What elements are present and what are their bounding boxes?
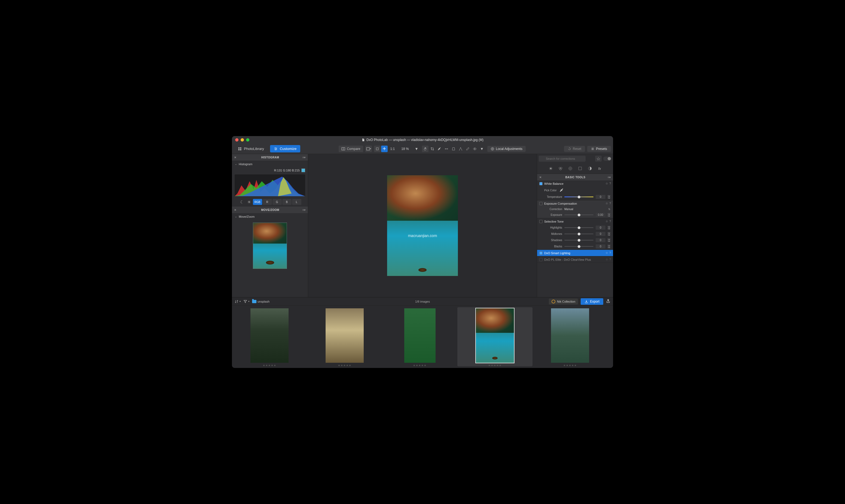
image-viewer[interactable]: macruanjian.com — [308, 154, 537, 297]
close-movezoom-icon[interactable]: ✕ — [234, 209, 238, 212]
thumbnail-item-selected[interactable]: ★★★★★ vladislav-nahorny-4kDQjirHLWM-unsp… — [457, 307, 533, 366]
filter-button[interactable]: ▾ — [244, 300, 249, 303]
detail-tab-icon[interactable] — [567, 165, 573, 172]
help-icon[interactable]: ? — [609, 251, 611, 254]
points-tool[interactable] — [457, 146, 464, 152]
customize-tab[interactable]: Customize — [270, 145, 300, 152]
temperature-slider[interactable] — [564, 197, 593, 197]
sort-button[interactable]: ▾ — [235, 300, 241, 303]
rating-stars[interactable]: ★★★★★ — [413, 364, 427, 367]
close-basic-tools-icon[interactable]: ✕ — [539, 176, 543, 179]
light-tab-icon[interactable]: ☀ — [548, 165, 554, 172]
close-histogram-icon[interactable]: ✕ — [234, 156, 238, 159]
help-icon[interactable]: ? — [609, 220, 611, 223]
search-input[interactable] — [539, 156, 586, 162]
favorite-icon[interactable]: ☆ — [606, 202, 608, 205]
favorites-button[interactable]: ☆ — [595, 156, 601, 162]
white-balance-checkbox[interactable] — [539, 182, 542, 185]
favorite-icon[interactable]: ☆ — [606, 220, 608, 223]
white-balance-header[interactable]: White Balance ☆ ? — [537, 180, 613, 187]
channel-l-button[interactable]: L — [292, 199, 301, 205]
basic-tools-menu-icon[interactable]: ≡▾ — [608, 176, 611, 179]
compare-button[interactable]: Compare — [339, 146, 363, 152]
color-tab-icon[interactable] — [558, 165, 563, 172]
zoom-dropdown[interactable]: ▾ — [413, 146, 420, 152]
local-adjustments-button[interactable]: Local Adjustments — [487, 146, 526, 152]
blacks-slider[interactable] — [564, 246, 593, 247]
active-only-toggle[interactable] — [603, 157, 611, 161]
minimize-window-button[interactable] — [241, 138, 244, 142]
favorite-icon[interactable]: ☆ — [606, 258, 608, 261]
movezoom-menu-icon[interactable]: ≡▾ — [303, 209, 306, 212]
fx-tab-icon[interactable]: fx — [597, 165, 603, 172]
thumbnail-item[interactable]: ★★★★★ sergey-vinogradov-s6pwJEecDUI-unsp… — [307, 307, 382, 366]
exposure-stepper[interactable]: ▴▾ — [608, 213, 610, 217]
perspective-tool[interactable] — [450, 146, 457, 152]
rating-stars[interactable]: ★★★★★ — [263, 364, 276, 367]
rating-stars[interactable]: ★★★★★ — [338, 364, 352, 367]
help-icon[interactable]: ? — [609, 258, 611, 261]
exposure-slider[interactable] — [564, 214, 593, 215]
shadows-value[interactable]: 0 — [596, 238, 606, 242]
blacks-value[interactable]: 0 — [596, 245, 606, 249]
smart-lighting-checkbox[interactable] — [539, 251, 542, 255]
channel-g-button[interactable]: G — [272, 199, 282, 205]
selective-tone-header[interactable]: Selective Tone ☆ ? — [537, 218, 613, 224]
layout-button[interactable]: ▾ — [365, 146, 372, 152]
histogram-menu-icon[interactable]: ≡▾ — [303, 156, 306, 159]
zoom-percent[interactable]: 18 % — [399, 147, 411, 151]
shadows-slider[interactable] — [564, 240, 593, 240]
photolibrary-tab[interactable]: PhotoLibrary — [234, 145, 268, 152]
clearview-checkbox[interactable] — [539, 258, 542, 261]
hand-tool[interactable] — [422, 146, 429, 152]
midtones-value[interactable]: 0 — [596, 232, 606, 236]
thumbnails-row[interactable]: ★★★★★ a-vYQrra8gZ20-unsplash.jpg ★★★★★ s… — [232, 306, 613, 368]
selective-tone-checkbox[interactable] — [539, 220, 542, 223]
blacks-stepper[interactable]: ▴▾ — [608, 245, 610, 248]
maximize-window-button[interactable] — [246, 138, 249, 142]
geometry-tab-icon[interactable] — [577, 165, 583, 172]
presets-button[interactable]: Presets — [587, 146, 611, 152]
export-button[interactable]: Export — [581, 298, 603, 305]
help-icon[interactable]: ? — [609, 202, 611, 205]
temperature-stepper[interactable]: ▴▾ — [608, 195, 610, 199]
eyedropper-icon[interactable] — [559, 188, 564, 193]
horizon-tool[interactable] — [443, 146, 450, 152]
fit-button[interactable] — [374, 146, 381, 152]
smart-lighting-section[interactable]: DxO Smart Lighting ☆ ? — [537, 250, 613, 256]
highlights-stepper[interactable]: ▴▾ — [608, 226, 610, 229]
correction-dropdown[interactable]: Manual — [564, 208, 606, 211]
redeye-tool[interactable] — [471, 146, 478, 152]
help-icon[interactable]: ? — [609, 182, 611, 185]
midtones-stepper[interactable]: ▴▾ — [608, 232, 610, 236]
thumbnail-item[interactable]: ★★★★★ sonia-dauer-SBZ0bK2gkAs-unsplash.j… — [382, 307, 457, 366]
local-tab-icon[interactable] — [587, 165, 593, 172]
highlight-clip-icon[interactable]: ☀ — [246, 199, 252, 205]
exposure-checkbox[interactable] — [539, 202, 542, 205]
rating-stars[interactable]: ★★★★★ — [563, 364, 577, 367]
temperature-value[interactable]: 0 — [596, 195, 606, 199]
share-button[interactable] — [606, 299, 610, 304]
highlights-value[interactable]: 0 — [596, 226, 606, 230]
preview-dropdown[interactable]: ▾ — [479, 146, 485, 152]
thumbnail-item[interactable]: ★★★★★ vladislav-nahorny-uyygjmNXZEo-unsp… — [533, 307, 608, 366]
highlights-slider[interactable] — [564, 227, 593, 228]
thumbnail-item[interactable]: ★★★★★ a-vYQrra8gZ20-unsplash.jpg — [232, 307, 307, 366]
navigator-thumbnail[interactable] — [253, 222, 287, 269]
close-window-button[interactable] — [235, 138, 238, 142]
nik-collection-button[interactable]: Nik Collection — [549, 299, 578, 305]
clearview-section[interactable]: DxO PL Elite - DxO ClearView Plus ☆ ? — [537, 256, 613, 263]
eyedropper-tool[interactable] — [436, 146, 443, 152]
shadows-stepper[interactable]: ▴▾ — [608, 238, 610, 242]
exposure-value[interactable]: 0.00 — [596, 213, 606, 217]
favorite-icon[interactable]: ☆ — [606, 251, 608, 255]
channel-r-button[interactable]: R — [263, 199, 272, 205]
shadow-clip-icon[interactable]: ☾ — [239, 199, 245, 205]
zoom-ratio-label[interactable]: 1:1 — [388, 147, 397, 151]
folder-path[interactable]: unsplash — [252, 300, 270, 303]
midtones-slider[interactable] — [564, 234, 593, 234]
favorite-icon[interactable]: ☆ — [606, 182, 608, 185]
move-tool-button[interactable] — [381, 146, 388, 152]
repair-tool[interactable] — [464, 146, 471, 152]
histogram-subheader[interactable]: ⌄ Histogram — [232, 161, 308, 167]
